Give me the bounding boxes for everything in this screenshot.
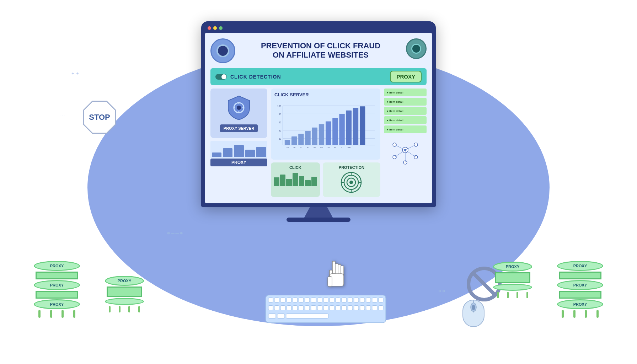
proxy-disk: PROXY: [557, 261, 603, 271]
dot-green: [219, 26, 223, 30]
mini-bar-chart-click: [274, 172, 317, 186]
bar-small: [256, 147, 266, 157]
mini-bar: [305, 180, 311, 186]
svg-text:10: 10: [286, 146, 288, 149]
svg-text:40: 40: [307, 146, 309, 149]
key: [336, 305, 341, 310]
toggle-switch[interactable]: [215, 74, 227, 80]
svg-rect-72: [328, 277, 332, 287]
mini-bar: [286, 179, 292, 186]
deco-dots-bottom-right: ⊕ ⊕: [438, 289, 445, 293]
chart-container: CLICK SERVER: [271, 89, 380, 160]
key: [274, 305, 279, 310]
list-item-5: ● item detail: [384, 125, 427, 133]
key: [360, 305, 365, 310]
svg-text:60: 60: [320, 146, 322, 149]
svg-text:100: 100: [277, 105, 281, 107]
monitor-stand: [304, 207, 333, 218]
list-item-2: ● item detail: [384, 98, 427, 106]
svg-rect-24: [312, 128, 317, 145]
deco-dots-bottom-left: ⊕ — — ⊕: [167, 231, 183, 235]
key: [280, 305, 285, 310]
svg-text:80: 80: [279, 113, 282, 116]
monitor-screen: PREVENTION OF CLICK FRAUD ON AFFILIATE W…: [205, 33, 432, 203]
monitor-top-bar: [205, 25, 432, 33]
key: [323, 305, 328, 310]
bar-small: [245, 150, 255, 157]
header-icon-inner-right: [411, 44, 421, 54]
protection-panel: PROTECTION: [323, 162, 380, 197]
svg-rect-26: [326, 122, 331, 145]
key: [372, 298, 377, 303]
proxy-stack-far-left: PROXY PROXY PROXY: [34, 261, 80, 318]
key: [286, 314, 328, 318]
click-detection-bar[interactable]: CLICK DETECTION PROXY: [210, 68, 427, 85]
proxy-server-single: PROXY: [105, 276, 144, 312]
key: [329, 298, 334, 303]
svg-rect-67: [335, 264, 338, 274]
svg-point-45: [349, 181, 353, 184]
network-diagram: [384, 138, 427, 166]
content-area: PROXY SERVER PROXY: [210, 89, 427, 197]
key: [305, 298, 310, 303]
proxy-badge: PROXY: [390, 71, 422, 82]
key: [348, 305, 353, 310]
key: [293, 298, 298, 303]
mini-bar: [311, 177, 317, 186]
proxy-disk: PROXY: [557, 280, 603, 290]
svg-text:90: 90: [341, 146, 343, 149]
protection-panel-label: PROTECTION: [339, 165, 364, 170]
svg-text:50: 50: [314, 146, 316, 149]
svg-rect-69: [341, 266, 344, 274]
proxy-body: [107, 287, 142, 297]
fingerprint-icon: [340, 171, 363, 194]
proxy-body: [36, 272, 78, 279]
right-panel: ● item detail ● item detail ● item detai…: [384, 89, 427, 197]
svg-text:20: 20: [279, 138, 282, 140]
key: [336, 298, 341, 303]
key: [280, 298, 285, 303]
proxy-stack-far-right: PROXY PROXY PROXY: [557, 261, 603, 318]
shield-icon: [226, 94, 251, 121]
key: [323, 298, 328, 303]
click-panel: CLICK: [271, 162, 320, 197]
key: [342, 298, 347, 303]
key: [354, 298, 359, 303]
key: [317, 298, 322, 303]
mini-bar: [280, 175, 286, 186]
key: [274, 298, 279, 303]
proxy-body: [559, 272, 601, 279]
key: [277, 314, 285, 318]
mini-bar: [274, 177, 279, 186]
dot-red: [208, 26, 211, 30]
proxy-disk: PROXY: [557, 299, 603, 309]
screen-header: PREVENTION OF CLICK FRAUD ON AFFILIATE W…: [210, 38, 427, 63]
list-item-3: ● item detail: [384, 107, 427, 115]
svg-rect-29: [346, 111, 352, 145]
key: [360, 298, 365, 303]
mini-bar: [299, 176, 305, 186]
svg-text:100: 100: [347, 146, 350, 149]
deco-birds: ✦ ✦: [71, 71, 79, 76]
key: [268, 314, 276, 318]
key: [299, 298, 304, 303]
svg-text:40: 40: [279, 129, 282, 132]
proxy-disk: PROXY: [34, 280, 80, 290]
svg-rect-65: [472, 305, 475, 310]
key: [366, 298, 371, 303]
left-panel: PROXY SERVER PROXY: [210, 89, 267, 197]
screen-title: PREVENTION OF CLICK FRAUD ON AFFILIATE W…: [241, 38, 400, 60]
proxy-server-label: PROXY SERVER: [220, 124, 258, 132]
deco-dots-left: · · ·: [60, 114, 65, 118]
title-line1: PREVENTION OF CLICK FRAUD: [241, 41, 400, 50]
svg-text:STOP: STOP: [89, 113, 110, 122]
svg-rect-25: [319, 124, 324, 145]
key: [329, 305, 334, 310]
svg-line-59: [395, 150, 405, 157]
key: [293, 305, 298, 310]
list-item-4: ● item detail: [384, 116, 427, 124]
chart-svg: 100 80 60 40 20: [274, 100, 377, 153]
bar-small: [223, 148, 232, 157]
svg-text:80: 80: [334, 146, 336, 149]
mouse: [459, 289, 488, 325]
